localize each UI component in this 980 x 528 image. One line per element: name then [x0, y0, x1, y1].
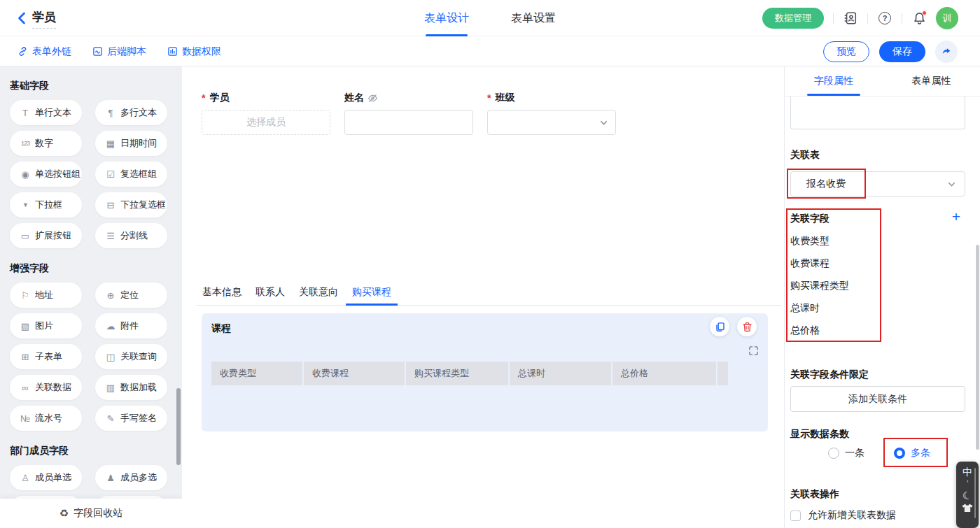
- single-line-text-icon: T: [19, 108, 31, 118]
- palette-item-image[interactable]: ▧图片: [10, 313, 82, 338]
- backend-script-entry[interactable]: 后端脚本: [92, 45, 146, 58]
- palette-item-multi-line-text[interactable]: ¶多行文本: [95, 100, 167, 125]
- palette-item-data-load[interactable]: ▥数据加载: [95, 375, 167, 400]
- palette-item-single-line-text[interactable]: T单行文本: [10, 100, 82, 125]
- properties-scrollbar[interactable]: [976, 245, 979, 450]
- bell-icon[interactable]: [911, 10, 927, 26]
- avatar[interactable]: 训: [936, 7, 958, 29]
- column-header-stub: [718, 362, 728, 385]
- image-icon: ▧: [19, 321, 31, 331]
- canvas-field-student[interactable]: *学员 选择成员: [202, 92, 330, 135]
- divider: [867, 13, 868, 24]
- palette-item-attachment[interactable]: ☁附件: [95, 313, 167, 338]
- moon-icon[interactable]: ☾: [961, 489, 974, 504]
- palette-item-related-query[interactable]: ◫关联查询: [95, 344, 167, 369]
- palette-item-address[interactable]: ⚐地址: [10, 283, 82, 308]
- palette-item-radio-group[interactable]: ◉单选按钮组: [10, 162, 82, 187]
- column-header[interactable]: 总价格: [612, 362, 716, 385]
- palette-item-datetime[interactable]: ▦日期时间: [95, 131, 167, 156]
- tab-contacts[interactable]: 联系人: [249, 281, 291, 306]
- delete-widget-button[interactable]: [737, 317, 757, 336]
- share-icon: [941, 46, 952, 57]
- palette-item-dropdown[interactable]: ▼下拉框: [10, 192, 82, 217]
- tab-purchase-course[interactable]: 购买课程: [346, 281, 398, 306]
- section-title-member-fields: 部门成员字段: [10, 445, 172, 457]
- column-header[interactable]: 总课时: [510, 362, 611, 385]
- canvas-field-name[interactable]: 姓名: [344, 92, 473, 135]
- field-recycle-bin[interactable]: ♻ 字段回收站: [0, 499, 182, 528]
- palette-item-divider[interactable]: ☰分割线: [95, 223, 167, 248]
- palette-item-dropdown-multi[interactable]: ⊟下拉复选框: [95, 192, 167, 217]
- ime-language-toggle[interactable]: 中: [962, 466, 972, 478]
- tab-form-settings[interactable]: 表单设置: [511, 0, 556, 36]
- plus-icon[interactable]: +: [952, 210, 960, 224]
- toolbar-actions: 预览 保存: [823, 36, 958, 66]
- palette-item-member-multi[interactable]: ♟成员多选: [95, 465, 167, 490]
- required-mark: *: [487, 92, 491, 104]
- divider: [833, 13, 834, 24]
- palette-scrollbar[interactable]: [176, 388, 181, 465]
- add-condition-button[interactable]: 添加关联条件: [790, 386, 965, 412]
- script-icon: [92, 46, 103, 57]
- section-title-basic-fields: 基础字段: [10, 80, 172, 92]
- signature-icon: ✎: [104, 413, 117, 424]
- radio-on-icon: [894, 448, 905, 459]
- related-fields-label: 关联字段: [790, 213, 830, 225]
- palette-item-member-single[interactable]: ♙成员单选: [10, 465, 82, 490]
- ime-punctuation-icon[interactable]: ’: [967, 480, 969, 488]
- class-select[interactable]: [487, 110, 616, 135]
- palette-item-related-data[interactable]: ∞关联数据: [10, 375, 82, 400]
- copy-widget-button[interactable]: [710, 317, 729, 336]
- palette-item-serial-number[interactable]: №流水号: [10, 406, 82, 431]
- enhanced-fields-grid: ⚐地址 ⊕定位 ▧图片 ☁附件 ⊞子表单 ◫关联查询 ∞关联数据 ▥数据加载 №…: [10, 283, 172, 431]
- related-query-icon: ◫: [104, 352, 117, 362]
- related-field-item[interactable]: 收费类型: [790, 235, 830, 248]
- expand-icon[interactable]: [748, 345, 759, 356]
- related-field-item[interactable]: 收费课程: [790, 257, 830, 270]
- allow-add-related-checkbox[interactable]: 允许新增关联表数据: [790, 509, 896, 522]
- related-table-select[interactable]: 报名收费: [790, 171, 965, 197]
- subform-widget-course[interactable]: 课程: [202, 313, 768, 431]
- data-permission-entry[interactable]: 数据权限: [167, 45, 221, 58]
- related-field-item[interactable]: 总价格: [790, 324, 820, 337]
- tab-related-intent[interactable]: 关联意向: [293, 281, 344, 306]
- tab-form-properties[interactable]: 表单属性: [883, 66, 980, 96]
- palette-item-subform[interactable]: ⊞子表单: [10, 344, 82, 369]
- palette-item-extend-button[interactable]: ▭扩展按钮: [10, 223, 82, 248]
- related-field-item[interactable]: 购买课程类型: [790, 280, 849, 292]
- palette-item-checkbox-group[interactable]: ☑复选框组: [95, 162, 167, 187]
- column-header[interactable]: 购买课程类型: [406, 362, 508, 385]
- address-icon: ⚐: [19, 290, 31, 301]
- subform-table-header: 收费类型 收费课程 购买课程类型 总课时 总价格: [211, 362, 728, 385]
- member-picker-input[interactable]: 选择成员: [202, 110, 330, 135]
- radio-option-multiple[interactable]: 多条: [894, 447, 930, 459]
- attachment-icon: ☁: [104, 321, 117, 331]
- canvas-field-class[interactable]: *班级: [487, 92, 616, 135]
- member-multi-icon: ♟: [104, 473, 117, 483]
- related-field-item[interactable]: 总课时: [790, 302, 820, 315]
- help-icon[interactable]: ?: [877, 10, 892, 26]
- data-manage-button[interactable]: 数据管理: [762, 8, 824, 29]
- palette-item-number[interactable]: 123数字: [10, 131, 82, 156]
- tab-basic-info[interactable]: 基本信息: [196, 281, 248, 306]
- column-header[interactable]: 收费类型: [211, 362, 302, 385]
- palette-item-signature[interactable]: ✎手写签名: [95, 406, 167, 431]
- contacts-icon[interactable]: [843, 10, 858, 26]
- name-input[interactable]: [344, 110, 473, 135]
- preview-button[interactable]: 预览: [823, 41, 869, 62]
- tab-field-properties[interactable]: 字段属性: [785, 66, 883, 96]
- field-title-input-partial[interactable]: [790, 97, 965, 129]
- save-button[interactable]: 保存: [879, 41, 925, 62]
- share-button[interactable]: [935, 41, 958, 63]
- tab-form-design[interactable]: 表单设计: [424, 0, 469, 36]
- related-table-label: 关联表: [790, 149, 820, 162]
- radio-option-single[interactable]: 一条: [828, 447, 864, 459]
- shirt-icon[interactable]: [962, 504, 973, 513]
- column-header[interactable]: 收费课程: [304, 362, 405, 385]
- external-link-entry[interactable]: 表单外链: [18, 45, 71, 58]
- section-title-enhanced-fields: 增强字段: [10, 262, 172, 275]
- form-designer-app: 学员 表单设计 表单设置 数据管理 ?: [0, 0, 980, 528]
- form-toolbar: 表单外链 后端脚本 数据权限: [0, 36, 980, 66]
- palette-item-location[interactable]: ⊕定位: [95, 283, 167, 308]
- radio-off-icon: [828, 448, 839, 459]
